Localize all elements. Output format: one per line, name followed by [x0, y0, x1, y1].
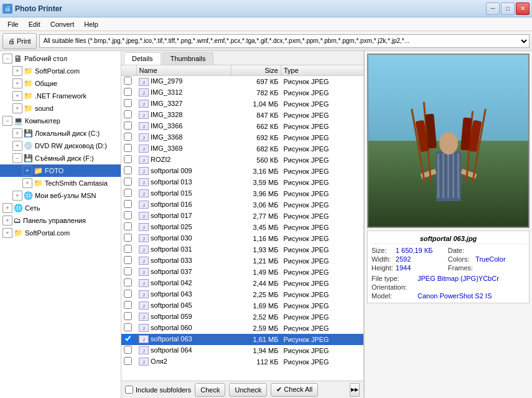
file-checkbox[interactable]	[124, 312, 132, 320]
tree-expander-sound[interactable]: +	[12, 103, 22, 113]
check-all-button[interactable]: ✔ Check All	[271, 383, 318, 397]
file-checkbox[interactable]	[124, 200, 132, 208]
tree-item-controlpanel[interactable]: + 🗂 Панель управления	[0, 214, 121, 227]
tree-item-softportal1[interactable]: + 📁 SoftPortal.com	[0, 65, 121, 77]
file-checkbox-cell[interactable]	[121, 323, 136, 334]
file-checkbox-cell[interactable]	[121, 289, 136, 300]
table-row[interactable]: Jsoftportal 0301,16 МБРисунок JPEG	[121, 233, 363, 244]
file-checkbox-cell[interactable]	[121, 132, 136, 143]
close-button[interactable]: ✕	[516, 2, 530, 15]
file-checkbox[interactable]	[124, 267, 132, 275]
file-checkbox-cell[interactable]	[121, 98, 136, 110]
file-checkbox-cell[interactable]	[121, 199, 136, 211]
file-checkbox-cell[interactable]	[121, 300, 136, 311]
tab-thumbnails[interactable]: Thumbnails	[162, 52, 214, 65]
table-row[interactable]: Jsoftportal 0592,52 МБРисунок JPEG	[121, 311, 363, 323]
file-list-container[interactable]: Name Size Type JIMG_2979697 КБРисунок JP…	[121, 65, 363, 381]
tree-item-desktop[interactable]: − 🖥 Рабочий стол	[0, 52, 121, 65]
file-checkbox[interactable]	[124, 211, 132, 219]
include-subfolders-label[interactable]: Include subfolders	[125, 386, 191, 394]
file-checkbox[interactable]	[124, 222, 132, 230]
tree-expander-obschie[interactable]: +	[12, 78, 22, 88]
file-checkbox-cell[interactable]	[121, 87, 136, 98]
tree-item-foto[interactable]: + 📁 FOTO	[0, 164, 121, 177]
table-row[interactable]: Jsoftportal 0311,93 МБРисунок JPEG	[121, 244, 363, 255]
file-checkbox[interactable]	[124, 99, 132, 107]
file-checkbox-cell[interactable]	[121, 110, 136, 121]
file-checkbox-cell[interactable]	[121, 356, 136, 367]
table-row[interactable]: JIMG_33271,04 МБРисунок JPEG	[121, 98, 363, 110]
file-checkbox-cell[interactable]	[121, 267, 136, 278]
menu-edit[interactable]: Edit	[24, 19, 45, 29]
folder-tree[interactable]: − 🖥 Рабочий стол + 📁 SoftPortal.com + 📁 …	[0, 51, 121, 398]
menu-file[interactable]: File	[2, 19, 24, 29]
file-checkbox-cell[interactable]	[121, 211, 136, 222]
table-row[interactable]: Jsoftportal 0331,21 МБРисунок JPEG	[121, 255, 363, 267]
file-checkbox[interactable]	[124, 346, 132, 354]
table-row[interactable]: Jsoftportal 0093,16 МБРисунок JPEG	[121, 166, 363, 177]
table-row[interactable]: JIMG_3312782 КБРисунок JPEG	[121, 87, 363, 98]
print-button[interactable]: 🖨 Print	[2, 33, 37, 49]
file-checkbox-cell[interactable]	[121, 76, 136, 87]
file-checkbox[interactable]	[124, 334, 132, 343]
tree-expander-desktop[interactable]: −	[2, 54, 12, 64]
file-checkbox-cell[interactable]	[121, 222, 136, 233]
file-checkbox[interactable]	[124, 110, 132, 118]
file-checkbox[interactable]	[124, 144, 132, 152]
tree-item-computer[interactable]: − 💻 Компьютер	[0, 115, 121, 127]
table-row[interactable]: Jsoftportal 0153,96 МБРисунок JPEG	[121, 188, 363, 199]
expand-arrow-button[interactable]: ▶▶	[350, 383, 360, 397]
menu-help[interactable]: Help	[79, 19, 103, 29]
col-header-name[interactable]: Name	[136, 65, 231, 76]
file-checkbox[interactable]	[124, 278, 132, 287]
tree-expander-techsmith[interactable]: +	[22, 178, 32, 188]
tree-expander-softportal1[interactable]: +	[12, 66, 22, 76]
file-checkbox[interactable]	[124, 357, 132, 365]
tree-item-dvdrw-d[interactable]: + 💿 DVD RW дисковод (D:)	[0, 140, 121, 152]
table-row[interactable]: Jsoftportal 0631,61 МБРисунок JPEG	[121, 334, 363, 345]
col-header-type[interactable]: Type	[281, 65, 363, 76]
table-row[interactable]: Jsoftportal 0172,77 МБРисунок JPEG	[121, 211, 363, 222]
table-row[interactable]: Jsoftportal 0163,06 МБРисунок JPEG	[121, 199, 363, 211]
minimize-button[interactable]: ─	[486, 2, 500, 15]
tree-expander-dotnet[interactable]: +	[12, 91, 22, 101]
table-row[interactable]: Jsoftportal 0432,25 МБРисунок JPEG	[121, 289, 363, 300]
check-button[interactable]: Check	[195, 383, 225, 397]
table-row[interactable]: JROZI2560 КБРисунок JPEG	[121, 154, 363, 166]
file-checkbox-cell[interactable]	[121, 166, 136, 177]
table-row[interactable]: JIMG_3328847 КБРисунок JPEG	[121, 110, 363, 121]
file-checkbox-cell[interactable]	[121, 334, 136, 345]
uncheck-button[interactable]: Uncheck	[229, 383, 267, 397]
table-row[interactable]: JОля2112 КБРисунок JPEG	[121, 356, 363, 367]
file-checkbox[interactable]	[124, 166, 132, 174]
table-row[interactable]: JIMG_3366662 КБРисунок JPEG	[121, 121, 363, 132]
file-checkbox[interactable]	[124, 133, 132, 141]
table-row[interactable]: JIMG_2979697 КБРисунок JPEG	[121, 76, 363, 87]
file-checkbox-cell[interactable]	[121, 255, 136, 267]
file-checkbox-cell[interactable]	[121, 121, 136, 132]
include-subfolders-checkbox[interactable]	[125, 386, 133, 394]
tree-expander-softportal2[interactable]: +	[2, 228, 12, 238]
table-row[interactable]: Jsoftportal 0422,44 МБРисунок JPEG	[121, 278, 363, 289]
file-checkbox-cell[interactable]	[121, 278, 136, 289]
maximize-button[interactable]: □	[501, 2, 515, 15]
file-checkbox[interactable]	[124, 245, 132, 253]
tree-expander-msn[interactable]: +	[12, 191, 22, 201]
file-checkbox[interactable]	[124, 77, 132, 85]
file-checkbox-cell[interactable]	[121, 244, 136, 255]
file-checkbox[interactable]	[124, 323, 132, 331]
file-checkbox[interactable]	[124, 234, 132, 242]
tree-expander-dvdrw-d[interactable]: +	[12, 141, 22, 151]
col-header-size[interactable]: Size	[231, 65, 281, 76]
file-checkbox[interactable]	[124, 178, 132, 186]
tree-item-softportal2[interactable]: + 📁 SoftPortal.com	[0, 227, 121, 239]
tree-item-local-c[interactable]: + 💾 Локальный диск (C:)	[0, 127, 121, 140]
file-checkbox[interactable]	[124, 189, 132, 197]
file-checkbox-cell[interactable]	[121, 143, 136, 154]
file-checkbox-cell[interactable]	[121, 233, 136, 244]
table-row[interactable]: Jsoftportal 0253,45 МБРисунок JPEG	[121, 222, 363, 233]
file-checkbox[interactable]	[124, 256, 132, 264]
file-filter-dropdown[interactable]: All suitable files (*.bmp,*.jpg,*.jpeg,*…	[39, 34, 530, 48]
file-checkbox[interactable]	[124, 121, 132, 130]
tree-expander-removable-f[interactable]: −	[12, 153, 22, 163]
